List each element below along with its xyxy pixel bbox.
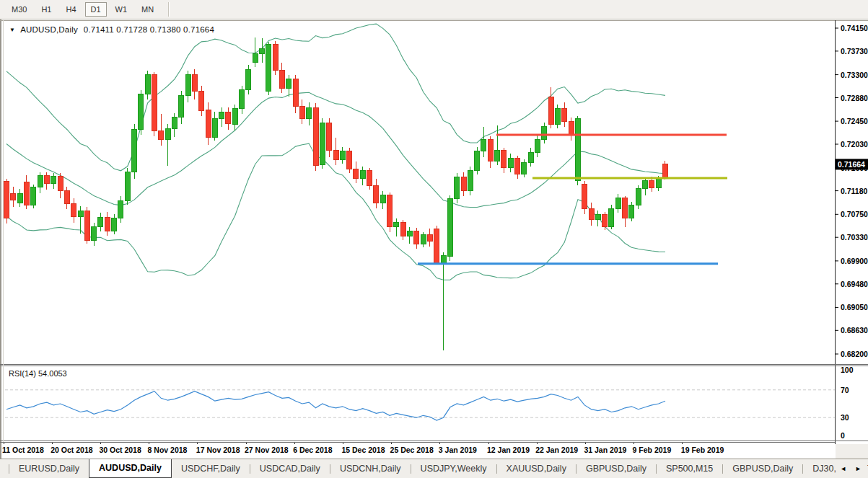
candle-body	[260, 48, 265, 54]
price-axis: 0.741500.737300.733000.728800.724500.720…	[835, 24, 868, 358]
timeframe-button-H1[interactable]: H1	[35, 2, 57, 17]
candle-body	[253, 54, 258, 63]
price-tick-label: 0.68630	[841, 326, 868, 335]
candle-body	[199, 91, 204, 110]
candle-body	[232, 109, 237, 124]
candle-body	[575, 118, 580, 181]
candle-body	[78, 211, 83, 216]
candle-body	[105, 217, 110, 231]
candle-body	[629, 205, 634, 218]
candle-body	[280, 71, 285, 89]
date-label: 3 Jan 2019	[439, 446, 477, 454]
rsi-level-label: 0	[841, 431, 845, 440]
candle-body	[636, 189, 641, 205]
candle-body	[609, 209, 614, 226]
chart-left-groove	[3, 20, 4, 442]
tab-GBPUSD-Daily[interactable]: GBPUSD,Daily	[723, 459, 802, 478]
candle-body	[112, 218, 117, 231]
tab-XAUUSD-Daily[interactable]: XAUUSD,Daily	[497, 459, 576, 478]
candle-body	[515, 158, 520, 174]
tab-GBPUSD-Daily[interactable]: GBPUSD,Daily	[577, 459, 656, 478]
candle-body	[293, 79, 298, 107]
candle-body	[354, 169, 359, 179]
candle-body	[434, 229, 439, 264]
candle-body	[145, 75, 150, 94]
candle-body	[51, 176, 56, 184]
candle-body	[468, 171, 473, 191]
candle-body	[421, 234, 426, 244]
candle-body	[347, 151, 352, 169]
candle-body	[132, 130, 137, 172]
symbol-tabbar: EURUSD,DailyAUDUSD,DailyUSDCHF,DailyUSDC…	[0, 459, 868, 478]
candle-body	[333, 150, 338, 159]
candle-body	[400, 223, 405, 236]
timeframe-button-M30[interactable]: M30	[6, 2, 32, 17]
candle-body	[535, 139, 540, 152]
candle-body	[501, 150, 507, 167]
date-label: 15 Dec 2018	[341, 446, 385, 454]
tab-SP500-M15[interactable]: SP500,M15	[657, 459, 722, 478]
tab-AUDUSD-Daily[interactable]: AUDUSD,Daily	[89, 459, 172, 478]
candle-body	[528, 152, 533, 162]
candle-body	[98, 217, 103, 227]
candle-body	[508, 158, 513, 168]
candle-body	[38, 175, 43, 187]
candle-body	[623, 198, 628, 218]
tab-stub	[0, 459, 9, 478]
candle-body	[192, 75, 197, 92]
candle-body	[461, 177, 466, 191]
tab-USDCNH-Daily[interactable]: USDCNH,Daily	[330, 459, 411, 478]
date-label: 20 Oct 2018	[51, 446, 92, 454]
candle-body	[152, 75, 157, 131]
price-tick-label: 0.73300	[841, 71, 868, 79]
candle-body	[165, 128, 170, 139]
candle-body	[159, 130, 164, 139]
tab-scroll-left-icon[interactable]: ◄	[840, 459, 846, 478]
candle-body	[380, 195, 385, 203]
chart-canvas[interactable]: 0.741500.737300.733000.728800.724500.720…	[0, 20, 868, 444]
timeframe-button-H4[interactable]: H4	[60, 2, 82, 17]
date-axis-right-filler	[836, 444, 868, 459]
tab-EURUSD-Daily[interactable]: EURUSD,Daily	[9, 459, 89, 478]
candle-body	[4, 182, 9, 218]
price-tick-label: 0.72880	[841, 94, 868, 102]
candle-body	[427, 234, 432, 241]
candle-body	[367, 171, 372, 186]
price-tick-label: 0.72030	[841, 140, 868, 149]
candle-body	[663, 164, 668, 178]
candle-body	[589, 209, 594, 220]
candle-body	[17, 193, 22, 203]
tab-USDJPY-Weekly[interactable]: USDJPY,Weekly	[411, 459, 496, 478]
timeframe-button-W1[interactable]: W1	[110, 2, 133, 17]
price-tick-label: 0.69480	[841, 280, 868, 288]
price-tick-label: 0.71180	[841, 187, 868, 195]
candles	[4, 37, 668, 350]
candle-body	[569, 121, 574, 135]
timeframe-button-MN[interactable]: MN	[136, 2, 159, 17]
tab-USDCHF-Daily[interactable]: USDCHF,Daily	[172, 459, 250, 478]
date-label: 12 Jan 2019	[487, 446, 530, 454]
price-tick-label: 0.72450	[841, 117, 868, 125]
price-tick-label: 0.69050	[841, 303, 868, 311]
date-label: 8 Nov 2018	[148, 446, 188, 454]
date-label: 17 Nov 2018	[196, 446, 240, 454]
price-tick-label: 0.70330	[841, 233, 868, 242]
candle-body	[455, 177, 460, 199]
tab-scroll-right-icon[interactable]: ►	[855, 459, 862, 478]
candle-body	[71, 204, 76, 217]
candle-body	[495, 150, 500, 161]
date-label: 19 Feb 2019	[681, 446, 724, 454]
candle-body	[414, 231, 419, 244]
candle-body	[656, 179, 661, 187]
candle-body	[320, 123, 325, 165]
candle-body	[246, 69, 251, 90]
candle-body	[394, 223, 399, 227]
toolbar-separator	[168, 2, 170, 17]
tab-USDCAD-Daily[interactable]: USDCAD,Daily	[250, 459, 330, 478]
candle-body	[447, 198, 452, 257]
candle-body	[548, 97, 553, 124]
main-price-pane	[4, 24, 728, 350]
candle-body	[615, 198, 621, 209]
timeframe-button-D1[interactable]: D1	[85, 2, 107, 17]
candle-body	[299, 107, 304, 119]
